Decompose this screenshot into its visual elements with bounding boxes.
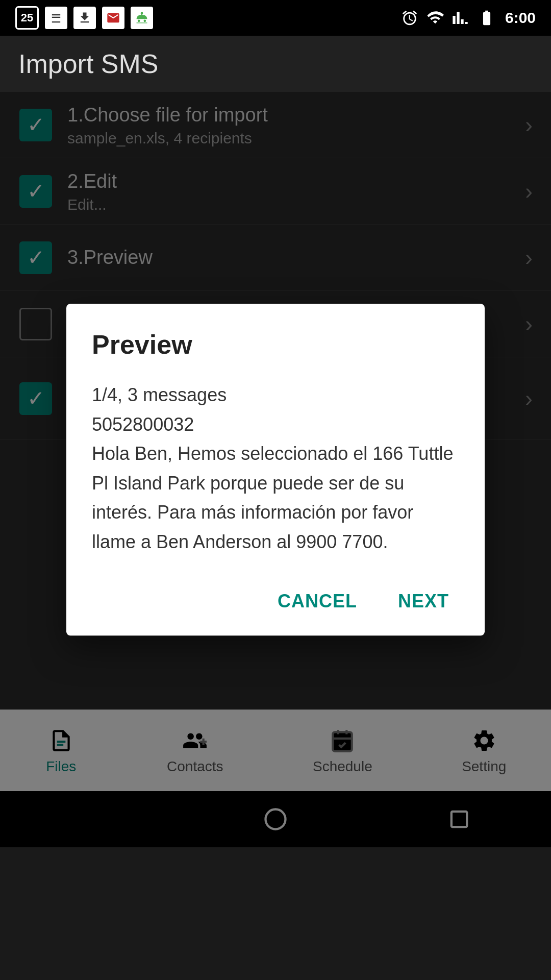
dialog-title: Preview <box>92 329 459 360</box>
alarm-icon <box>401 9 418 27</box>
battery-icon <box>475 9 498 27</box>
signal-icon <box>452 9 468 27</box>
notification-count: 25 <box>15 6 39 30</box>
status-icon-1 <box>45 7 67 29</box>
cancel-button[interactable]: CANCEL <box>267 582 367 620</box>
status-icon-download <box>73 7 96 29</box>
status-icon-mail <box>102 7 124 29</box>
app-title: Import SMS <box>18 48 159 79</box>
wifi-icon <box>425 9 445 27</box>
status-bar-left: 25 <box>15 6 153 30</box>
status-icon-robot <box>131 7 153 29</box>
app-bar: Import SMS <box>0 36 551 92</box>
time-display: 6:00 <box>505 9 536 27</box>
status-bar: 25 <box>0 0 551 36</box>
preview-dialog: Preview 1/4, 3 messages5052800032Hola Be… <box>66 304 485 635</box>
next-button[interactable]: NEXT <box>388 582 459 620</box>
dialog-body: 1/4, 3 messages5052800032Hola Ben, Hemos… <box>92 380 459 557</box>
dialog-buttons: CANCEL NEXT <box>92 582 459 620</box>
status-bar-right: 6:00 <box>401 9 536 27</box>
dialog-body-text: 1/4, 3 messages5052800032Hola Ben, Hemos… <box>92 384 453 552</box>
main-content: ✓ 1.Choose file for import sample_en.xls… <box>0 92 551 847</box>
